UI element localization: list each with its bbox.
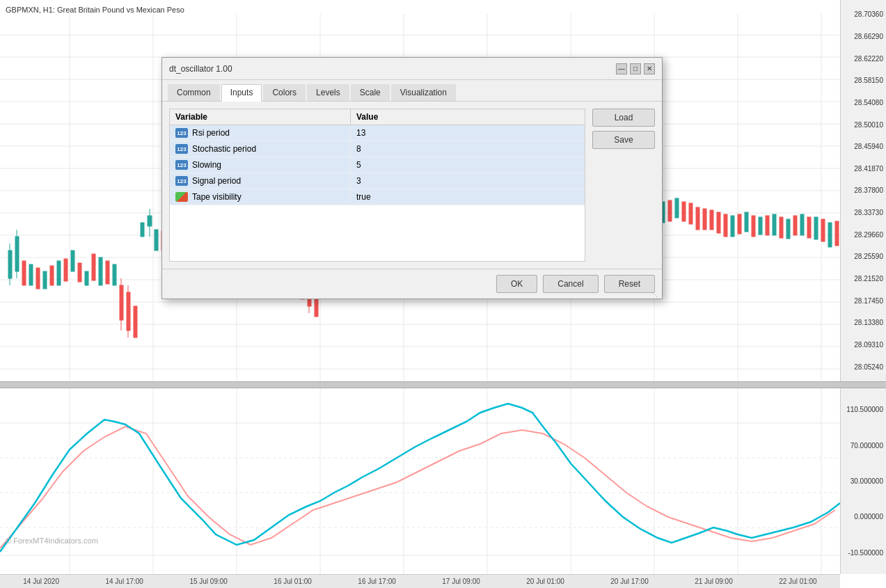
svg-rect-119 <box>682 202 686 221</box>
table-header: Variable Value <box>170 109 585 125</box>
dialog-close-button[interactable]: ✕ <box>644 63 655 74</box>
svg-rect-51 <box>134 306 137 337</box>
watermark: © ForexMT4Indicators.com <box>6 537 98 545</box>
inputs-table: Variable Value 123 Rsi period 13 123 Sto… <box>169 109 585 262</box>
dialog-content: Variable Value 123 Rsi period 13 123 Sto… <box>162 102 662 269</box>
tab-visualization[interactable]: Visualization <box>391 84 456 101</box>
price-label: 28.25590 <box>844 253 883 260</box>
date-label: 21 Jul 09:00 <box>695 578 733 585</box>
ok-button[interactable]: OK <box>496 275 537 293</box>
tab-colors[interactable]: Colors <box>263 84 306 101</box>
resize-handle[interactable]: ⋱ <box>652 289 662 299</box>
svg-rect-34 <box>85 271 88 285</box>
date-label: 14 Jul 17:00 <box>105 578 143 585</box>
dialog: dt_oscillator 1.00 — □ ✕ Common Inputs C… <box>161 57 663 299</box>
svg-rect-125 <box>724 214 727 237</box>
dialog-maximize-button[interactable]: □ <box>630 63 641 74</box>
cancel-button[interactable]: Cancel <box>543 275 598 293</box>
svg-rect-127 <box>752 216 755 237</box>
date-label: 22 Jul 01:00 <box>779 578 817 585</box>
variable-name: Tape visibility <box>192 192 242 202</box>
price-label: 28.54080 <box>844 99 883 106</box>
price-label: 28.33730 <box>844 209 883 216</box>
svg-rect-122 <box>703 209 706 230</box>
svg-rect-85 <box>675 198 679 218</box>
date-label: 16 Jul 17:00 <box>358 578 396 585</box>
dialog-controls: — □ ✕ <box>616 63 655 74</box>
dialog-titlebar: dt_oscillator 1.00 — □ ✕ <box>162 58 662 80</box>
save-button[interactable]: Save <box>592 131 655 149</box>
price-label: 28.70360 <box>844 10 883 18</box>
table-row[interactable]: 123 Rsi period 13 <box>170 125 585 141</box>
tab-scale[interactable]: Scale <box>351 84 390 101</box>
svg-rect-31 <box>43 271 47 289</box>
chart-title: GBPMXN, H1: Great Britain Pound vs Mexic… <box>6 6 184 14</box>
price-label: 28.41870 <box>844 165 883 173</box>
var-icon-123: 123 <box>175 128 188 138</box>
indicator-price-label: 30.000000 <box>844 477 883 485</box>
var-icon-123: 123 <box>175 176 188 186</box>
svg-rect-120 <box>689 203 693 224</box>
indicator-price-label: 0.000000 <box>844 513 883 521</box>
svg-rect-118 <box>668 200 672 221</box>
date-labels-bar: 14 Jul 2020 14 Jul 17:00 15 Jul 09:00 16… <box>0 574 840 588</box>
row-value[interactable]: 5 <box>351 157 585 173</box>
reset-button[interactable]: Reset <box>604 275 655 293</box>
col-header-value: Value <box>351 109 585 125</box>
tab-inputs[interactable]: Inputs <box>221 84 262 102</box>
chart-separator <box>0 381 886 388</box>
price-label: 28.58150 <box>844 77 883 84</box>
row-variable: 123 Slowing <box>170 157 351 173</box>
svg-rect-131 <box>807 217 811 238</box>
dialog-sidebar: Load Save <box>592 109 655 262</box>
price-label: 28.62220 <box>844 55 883 63</box>
row-value[interactable]: 8 <box>351 141 585 157</box>
svg-rect-128 <box>766 216 769 235</box>
price-label: 28.37800 <box>844 186 883 194</box>
svg-rect-44 <box>78 263 81 282</box>
svg-rect-45 <box>92 254 95 280</box>
table-row[interactable]: 123 Stochastic period 8 <box>170 141 585 157</box>
indicator-price-label: -10.500000 <box>844 549 883 557</box>
svg-rect-52 <box>155 230 158 251</box>
price-label: 28.21520 <box>844 275 883 283</box>
svg-rect-130 <box>793 216 797 235</box>
table-row[interactable]: 123 Slowing 5 <box>170 157 585 173</box>
table-empty-space <box>170 205 585 261</box>
row-value[interactable]: 13 <box>351 125 585 141</box>
tab-levels[interactable]: Levels <box>307 84 349 101</box>
date-label: 17 Jul 09:00 <box>442 578 480 585</box>
variable-name: Rsi period <box>192 128 230 138</box>
svg-rect-30 <box>29 264 33 285</box>
svg-rect-126 <box>738 214 741 234</box>
price-label: 28.13380 <box>844 319 883 326</box>
dialog-minimize-button[interactable]: — <box>616 63 627 74</box>
table-row[interactable]: 123 Signal period 3 <box>170 173 585 189</box>
svg-rect-43 <box>64 259 68 281</box>
svg-rect-37 <box>141 223 144 237</box>
price-label: 28.05240 <box>844 363 883 371</box>
svg-rect-132 <box>821 219 825 241</box>
variable-name: Stochastic period <box>192 144 256 154</box>
price-label: 28.50010 <box>844 121 883 129</box>
date-label: 20 Jul 17:00 <box>610 578 649 585</box>
table-row[interactable]: Tape visibility true <box>170 189 585 205</box>
date-label: 15 Jul 09:00 <box>189 578 228 585</box>
row-variable: 123 Stochastic period <box>170 141 351 157</box>
date-label: 16 Jul 01:00 <box>274 578 312 585</box>
svg-rect-33 <box>71 251 74 271</box>
tab-common[interactable]: Common <box>168 84 220 101</box>
svg-rect-124 <box>717 212 720 233</box>
price-label: 28.17450 <box>844 297 883 305</box>
load-button[interactable]: Load <box>592 109 655 127</box>
price-label: 28.45940 <box>844 143 883 150</box>
svg-rect-32 <box>57 261 61 285</box>
var-icon-123: 123 <box>175 160 188 170</box>
svg-rect-35 <box>99 257 102 285</box>
svg-rect-36 <box>113 264 116 285</box>
variable-name: Signal period <box>192 176 241 186</box>
price-label: 28.09310 <box>844 341 883 349</box>
row-value[interactable]: 3 <box>351 173 585 189</box>
row-value[interactable]: true <box>351 189 585 205</box>
dialog-footer: OK Cancel Reset <box>162 269 662 299</box>
